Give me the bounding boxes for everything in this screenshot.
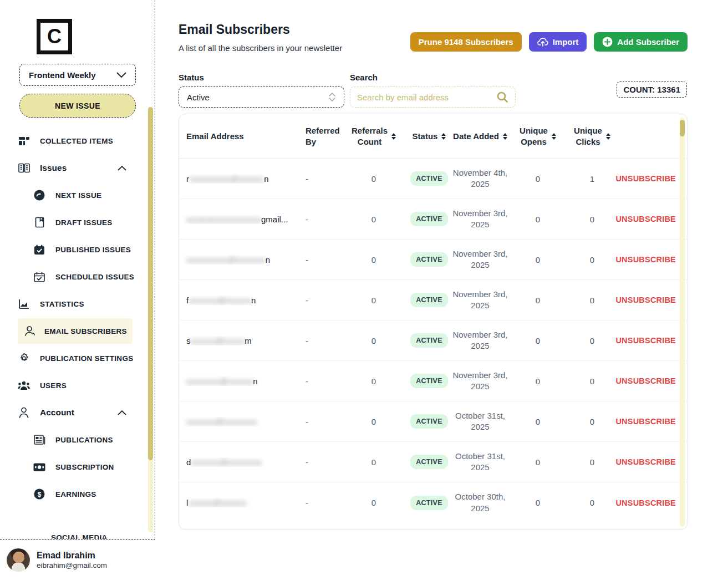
subscriber-count-badge: COUNT: 13361 [617, 82, 687, 98]
unique-clicks: 0 [567, 336, 617, 345]
user-name: Emad Ibrahim [37, 550, 107, 561]
column-header-status[interactable]: Status [406, 131, 452, 142]
chevron-up-icon[interactable] [118, 410, 126, 415]
sidebar-item-publications[interactable]: PUBLICATIONS [33, 427, 147, 452]
unique-opens: 0 [508, 417, 567, 426]
unique-clicks: 1 [567, 174, 617, 184]
table-row: xxxxxxx@xxxxxxxx-0ACTIVEOctober 31st,202… [179, 401, 687, 442]
sidebar-item-issues[interactable]: Issues [18, 155, 147, 181]
date-added: November 3rd,2025 [452, 208, 508, 231]
status-filter-label: Status [179, 73, 204, 82]
status-cell: ACTIVE [406, 374, 452, 388]
sidebar-item-draft-issues[interactable]: DRAFT ISSUES [33, 210, 147, 235]
unique-clicks: 0 [567, 457, 617, 467]
table-row: lxxxxxx@xxxxxx-0ACTIVEOctober 30th,20250… [179, 482, 687, 523]
column-header-date-added[interactable]: Date Added [452, 131, 508, 142]
referrals-count: 0 [341, 457, 406, 467]
sort-icon[interactable] [441, 133, 446, 140]
subscriber-email: lxxxxxx@xxxxxx [179, 498, 306, 507]
sidebar-item-next-issue[interactable]: NEXT ISSUE [33, 182, 147, 208]
sidebar-item-published-issues[interactable]: PUBLISHED ISSUES [33, 237, 147, 262]
date-added: October 30th,2025 [452, 491, 508, 514]
new-issue-button[interactable]: NEW ISSUE [19, 94, 136, 118]
sidebar-scrollbar[interactable] [148, 107, 153, 532]
sidebar-item-scheduled-issues[interactable]: SCHEDULED ISSUES [33, 264, 147, 289]
sidebar-item-subscription[interactable]: SUBSCRIPTION [33, 454, 147, 480]
sidebar-item-statistics[interactable]: STATISTICS [18, 291, 147, 317]
unsubscribe-link[interactable]: UNSUBSCRIBE [617, 255, 678, 264]
sidebar: C Frontend Weekly NEW ISSUE COLLECTED IT… [0, 0, 155, 580]
search-input[interactable] [357, 93, 496, 102]
page-title: Email Subscribers [179, 22, 290, 37]
statistics-icon [18, 298, 30, 310]
user-profile[interactable]: Emad Ibrahim eibrahim@gmail.com [0, 539, 155, 580]
import-button[interactable]: Import [529, 32, 587, 52]
unsubscribe-link[interactable]: UNSUBSCRIBE [617, 377, 678, 385]
select-updown-icon [328, 92, 336, 102]
status-cell: ACTIVE [406, 212, 452, 226]
date-added: November 3rd,2025 [452, 289, 508, 312]
subscriber-email: xxxxxxxx@xxxxxxn [179, 377, 306, 386]
sidebar-item-collected-items[interactable]: COLLECTED ITEMS [18, 128, 147, 154]
sidebar-item-label: Issues [40, 163, 67, 173]
referrals-count: 0 [341, 174, 406, 184]
subscription-icon [33, 461, 45, 473]
date-added: November 3rd,2025 [452, 329, 508, 352]
publications-icon [33, 434, 45, 446]
status-badge: ACTIVE [410, 414, 448, 429]
add-subscriber-button[interactable]: Add Subscriber [594, 32, 688, 52]
unique-clicks: 0 [567, 417, 617, 426]
referrals-count: 0 [341, 377, 406, 386]
sidebar-item-label: EARNINGS [55, 490, 96, 498]
email-subscribers-icon [23, 325, 35, 337]
status-badge: ACTIVE [410, 496, 448, 510]
column-header-referrals-count[interactable]: Referrals Count [341, 125, 406, 147]
redacted-email-text: xxxxxxxxxx@xxxxxx [189, 174, 264, 184]
sort-icon[interactable] [391, 133, 396, 140]
chevron-up-icon[interactable] [118, 166, 126, 171]
sidebar-item-account[interactable]: Account [18, 400, 147, 425]
unsubscribe-link[interactable]: UNSUBSCRIBE [617, 296, 678, 304]
unsubscribe-link[interactable]: UNSUBSCRIBE [617, 457, 678, 466]
chevron-down-icon [116, 72, 126, 78]
sidebar-item-label: NEXT ISSUE [55, 191, 101, 200]
prune-subscribers-button[interactable]: Prune 9148 Subscribers [410, 32, 522, 52]
unsubscribe-link[interactable]: UNSUBSCRIBE [617, 336, 678, 345]
table-row: rxxxxxxxxxx@xxxxxxn-0ACTIVENovember 4th,… [179, 159, 687, 199]
settings-gear-icon [18, 352, 30, 364]
sidebar-item-earnings[interactable]: $EARNINGS [33, 481, 147, 507]
sidebar-scrollbar-thumb[interactable] [148, 107, 153, 460]
table-scrollbar-thumb[interactable] [680, 120, 685, 136]
publication-selector[interactable]: Frontend Weekly [19, 64, 136, 86]
column-header-email-address: Email Address [179, 131, 306, 142]
unsubscribe-link[interactable]: UNSUBSCRIBE [617, 215, 678, 223]
sidebar-item-publication-settings[interactable]: PUBLICATION SETTINGS [18, 345, 147, 371]
app-logo[interactable]: C [37, 19, 72, 54]
column-header-unique-opens[interactable]: Unique Opens [508, 125, 567, 147]
status-filter-select[interactable]: Active [179, 87, 344, 108]
search-icon[interactable] [496, 91, 508, 103]
referrals-count: 0 [341, 417, 406, 426]
sort-icon[interactable] [552, 133, 556, 140]
table-header-row: Email AddressReferred ByReferrals CountS… [179, 114, 687, 159]
status-filter-value: Active [187, 93, 210, 102]
table-row: xxxxxxxx@xxxxxxn-0ACTIVENovember 3rd,202… [179, 361, 687, 401]
subscriber-email: sxxxxxx@xxxxxm [179, 336, 306, 345]
published-issues-icon [33, 243, 45, 256]
unsubscribe-link[interactable]: UNSUBSCRIBE [617, 498, 678, 507]
sort-icon[interactable] [606, 133, 610, 140]
unsubscribe-link[interactable]: UNSUBSCRIBE [617, 174, 678, 183]
sort-icon[interactable] [503, 133, 507, 140]
status-badge: ACTIVE [410, 455, 448, 469]
unsubscribe-link[interactable]: UNSUBSCRIBE [617, 417, 678, 426]
referrals-count: 0 [341, 498, 406, 507]
table-scrollbar[interactable] [680, 118, 685, 527]
column-header-unique-clicks[interactable]: Unique Clicks [567, 125, 617, 147]
sidebar-item-label: PUBLISHED ISSUES [55, 246, 131, 254]
column-header-referred-by: Referred By [306, 125, 341, 147]
unique-clicks: 0 [567, 498, 617, 507]
sidebar-item-label: PUBLICATIONS [55, 436, 113, 444]
sidebar-item-label: USERS [40, 381, 67, 390]
sidebar-item-users[interactable]: USERS [18, 373, 147, 398]
sidebar-item-email-subscribers[interactable]: EMAIL SUBSCRIBERS [18, 318, 133, 344]
